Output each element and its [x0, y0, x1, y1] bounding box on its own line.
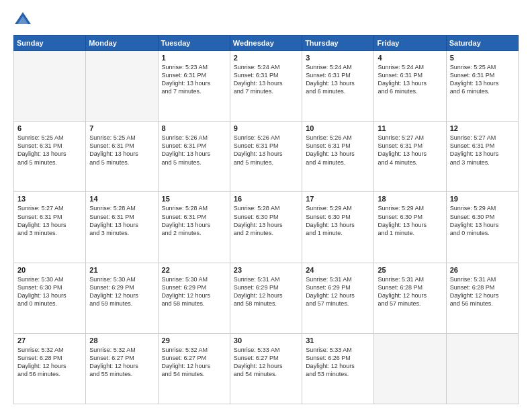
calendar-cell: 27Sunrise: 5:32 AM Sunset: 6:28 PM Dayli…	[14, 333, 86, 404]
day-number: 1	[162, 54, 226, 62]
calendar-cell: 23Sunrise: 5:31 AM Sunset: 6:29 PM Dayli…	[230, 263, 302, 333]
cell-sun-info: Sunrise: 5:30 AM Sunset: 6:30 PM Dayligh…	[17, 275, 82, 308]
calendar-header-friday: Friday	[374, 36, 446, 51]
cell-sun-info: Sunrise: 5:25 AM Sunset: 6:31 PM Dayligh…	[89, 134, 154, 167]
calendar-header-monday: Monday	[86, 36, 158, 51]
cell-sun-info: Sunrise: 5:24 AM Sunset: 6:31 PM Dayligh…	[306, 63, 370, 96]
calendar-cell: 28Sunrise: 5:32 AM Sunset: 6:27 PM Dayli…	[86, 333, 158, 404]
calendar-week-row: 13Sunrise: 5:27 AM Sunset: 6:31 PM Dayli…	[14, 192, 519, 263]
cell-sun-info: Sunrise: 5:25 AM Sunset: 6:31 PM Dayligh…	[17, 134, 82, 167]
logo	[13, 11, 35, 30]
cell-sun-info: Sunrise: 5:26 AM Sunset: 6:31 PM Dayligh…	[306, 134, 370, 167]
calendar-cell	[374, 333, 446, 404]
day-number: 3	[306, 54, 370, 62]
day-number: 24	[306, 266, 370, 274]
calendar-cell: 18Sunrise: 5:29 AM Sunset: 6:30 PM Dayli…	[374, 192, 446, 263]
day-number: 20	[17, 266, 82, 274]
calendar-cell: 3Sunrise: 5:24 AM Sunset: 6:31 PM Daylig…	[302, 51, 374, 122]
calendar-cell: 5Sunrise: 5:25 AM Sunset: 6:31 PM Daylig…	[446, 51, 518, 122]
cell-sun-info: Sunrise: 5:26 AM Sunset: 6:31 PM Dayligh…	[162, 134, 226, 167]
day-number: 9	[234, 124, 298, 132]
day-number: 7	[89, 124, 154, 132]
calendar-cell	[86, 51, 158, 122]
calendar-cell: 17Sunrise: 5:29 AM Sunset: 6:30 PM Dayli…	[302, 192, 374, 263]
day-number: 15	[162, 195, 226, 203]
cell-sun-info: Sunrise: 5:25 AM Sunset: 6:31 PM Dayligh…	[450, 63, 515, 96]
calendar-week-row: 1Sunrise: 5:23 AM Sunset: 6:31 PM Daylig…	[14, 51, 519, 122]
calendar-cell: 7Sunrise: 5:25 AM Sunset: 6:31 PM Daylig…	[86, 122, 158, 192]
calendar-table: SundayMondayTuesdayWednesdayThursdayFrid…	[13, 35, 519, 404]
day-number: 18	[378, 195, 442, 203]
cell-sun-info: Sunrise: 5:23 AM Sunset: 6:31 PM Dayligh…	[162, 63, 226, 96]
day-number: 22	[162, 266, 226, 274]
calendar-cell: 2Sunrise: 5:24 AM Sunset: 6:31 PM Daylig…	[230, 51, 302, 122]
cell-sun-info: Sunrise: 5:32 AM Sunset: 6:27 PM Dayligh…	[162, 346, 226, 379]
calendar-cell: 4Sunrise: 5:24 AM Sunset: 6:31 PM Daylig…	[374, 51, 446, 122]
calendar-cell: 13Sunrise: 5:27 AM Sunset: 6:31 PM Dayli…	[14, 192, 86, 263]
cell-sun-info: Sunrise: 5:31 AM Sunset: 6:28 PM Dayligh…	[378, 275, 442, 308]
calendar-cell: 11Sunrise: 5:27 AM Sunset: 6:31 PM Dayli…	[374, 122, 446, 192]
calendar-cell: 8Sunrise: 5:26 AM Sunset: 6:31 PM Daylig…	[158, 122, 230, 192]
cell-sun-info: Sunrise: 5:28 AM Sunset: 6:31 PM Dayligh…	[89, 204, 154, 237]
cell-sun-info: Sunrise: 5:28 AM Sunset: 6:31 PM Dayligh…	[162, 204, 226, 237]
day-number: 16	[234, 195, 298, 203]
cell-sun-info: Sunrise: 5:33 AM Sunset: 6:26 PM Dayligh…	[306, 346, 370, 379]
logo-icon	[13, 11, 32, 30]
day-number: 21	[89, 266, 154, 274]
day-number: 17	[306, 195, 370, 203]
cell-sun-info: Sunrise: 5:29 AM Sunset: 6:30 PM Dayligh…	[306, 204, 370, 237]
calendar-week-row: 27Sunrise: 5:32 AM Sunset: 6:28 PM Dayli…	[14, 333, 519, 404]
day-number: 10	[306, 124, 370, 132]
cell-sun-info: Sunrise: 5:29 AM Sunset: 6:30 PM Dayligh…	[378, 204, 442, 237]
cell-sun-info: Sunrise: 5:24 AM Sunset: 6:31 PM Dayligh…	[378, 63, 442, 96]
calendar-header-thursday: Thursday	[302, 36, 374, 51]
cell-sun-info: Sunrise: 5:32 AM Sunset: 6:28 PM Dayligh…	[17, 346, 82, 379]
calendar-cell: 6Sunrise: 5:25 AM Sunset: 6:31 PM Daylig…	[14, 122, 86, 192]
cell-sun-info: Sunrise: 5:28 AM Sunset: 6:30 PM Dayligh…	[234, 204, 298, 237]
calendar-cell	[446, 333, 518, 404]
cell-sun-info: Sunrise: 5:27 AM Sunset: 6:31 PM Dayligh…	[378, 134, 442, 167]
cell-sun-info: Sunrise: 5:33 AM Sunset: 6:27 PM Dayligh…	[234, 346, 298, 379]
calendar-cell: 21Sunrise: 5:30 AM Sunset: 6:29 PM Dayli…	[86, 263, 158, 333]
calendar-cell: 24Sunrise: 5:31 AM Sunset: 6:29 PM Dayli…	[302, 263, 374, 333]
calendar-header-sunday: Sunday	[14, 36, 86, 51]
day-number: 25	[378, 266, 442, 274]
calendar-cell: 19Sunrise: 5:29 AM Sunset: 6:30 PM Dayli…	[446, 192, 518, 263]
header	[13, 11, 519, 30]
calendar-header-saturday: Saturday	[446, 36, 518, 51]
calendar-header-wednesday: Wednesday	[230, 36, 302, 51]
calendar-cell: 14Sunrise: 5:28 AM Sunset: 6:31 PM Dayli…	[86, 192, 158, 263]
calendar-header-row: SundayMondayTuesdayWednesdayThursdayFrid…	[14, 36, 519, 51]
day-number: 2	[234, 54, 298, 62]
cell-sun-info: Sunrise: 5:27 AM Sunset: 6:31 PM Dayligh…	[17, 204, 82, 237]
calendar-cell: 22Sunrise: 5:30 AM Sunset: 6:29 PM Dayli…	[158, 263, 230, 333]
day-number: 19	[450, 195, 515, 203]
calendar-week-row: 6Sunrise: 5:25 AM Sunset: 6:31 PM Daylig…	[14, 122, 519, 192]
calendar-cell: 1Sunrise: 5:23 AM Sunset: 6:31 PM Daylig…	[158, 51, 230, 122]
cell-sun-info: Sunrise: 5:31 AM Sunset: 6:28 PM Dayligh…	[450, 275, 515, 308]
cell-sun-info: Sunrise: 5:31 AM Sunset: 6:29 PM Dayligh…	[306, 275, 370, 308]
calendar-cell: 26Sunrise: 5:31 AM Sunset: 6:28 PM Dayli…	[446, 263, 518, 333]
calendar-cell: 10Sunrise: 5:26 AM Sunset: 6:31 PM Dayli…	[302, 122, 374, 192]
day-number: 31	[306, 336, 370, 345]
cell-sun-info: Sunrise: 5:29 AM Sunset: 6:30 PM Dayligh…	[450, 204, 515, 237]
day-number: 29	[162, 336, 226, 345]
day-number: 13	[17, 195, 82, 203]
cell-sun-info: Sunrise: 5:32 AM Sunset: 6:27 PM Dayligh…	[89, 346, 154, 379]
calendar-cell: 15Sunrise: 5:28 AM Sunset: 6:31 PM Dayli…	[158, 192, 230, 263]
cell-sun-info: Sunrise: 5:27 AM Sunset: 6:31 PM Dayligh…	[450, 134, 515, 167]
day-number: 11	[378, 124, 442, 132]
day-number: 28	[89, 336, 154, 345]
page: SundayMondayTuesdayWednesdayThursdayFrid…	[0, 0, 532, 411]
calendar-cell: 20Sunrise: 5:30 AM Sunset: 6:30 PM Dayli…	[14, 263, 86, 333]
calendar-cell: 30Sunrise: 5:33 AM Sunset: 6:27 PM Dayli…	[230, 333, 302, 404]
day-number: 6	[17, 124, 82, 132]
calendar-week-row: 20Sunrise: 5:30 AM Sunset: 6:30 PM Dayli…	[14, 263, 519, 333]
day-number: 5	[450, 54, 515, 62]
day-number: 30	[234, 336, 298, 345]
calendar-cell: 25Sunrise: 5:31 AM Sunset: 6:28 PM Dayli…	[374, 263, 446, 333]
calendar-cell: 9Sunrise: 5:26 AM Sunset: 6:31 PM Daylig…	[230, 122, 302, 192]
calendar-cell: 31Sunrise: 5:33 AM Sunset: 6:26 PM Dayli…	[302, 333, 374, 404]
calendar-cell	[14, 51, 86, 122]
cell-sun-info: Sunrise: 5:30 AM Sunset: 6:29 PM Dayligh…	[162, 275, 226, 308]
